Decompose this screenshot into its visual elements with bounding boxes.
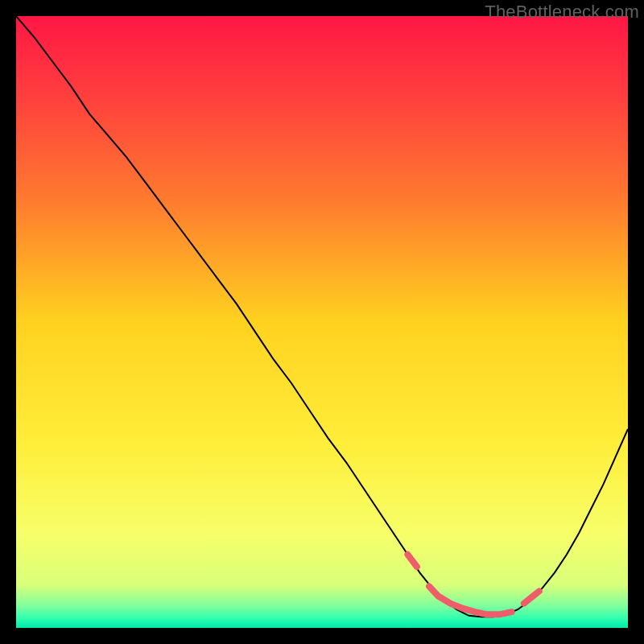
bottleneck-chart	[16, 16, 628, 628]
watermark-text: TheBottleneck.com	[485, 2, 639, 23]
chart-background	[16, 16, 628, 628]
